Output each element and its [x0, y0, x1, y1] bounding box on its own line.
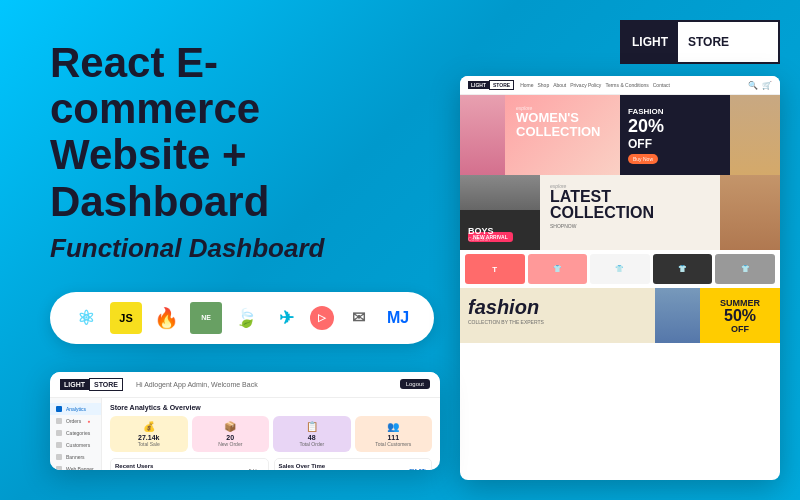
logo-store-text: STORE	[678, 27, 739, 57]
dash-welcome: Hi Adlogent App Admin, Welcome Back	[136, 381, 392, 388]
logo-light-text: LIGHT	[622, 22, 678, 62]
product-thumb-1[interactable]: T	[465, 254, 525, 284]
fashion-discount: 20%	[628, 116, 772, 137]
main-title: React E-commerce Website + Dashboard	[50, 40, 420, 225]
customers-icon: 👥	[359, 421, 429, 432]
cart-nav-icon[interactable]: 🛒	[762, 81, 772, 90]
mongodb-icon: 🍃	[230, 302, 262, 334]
nav-terms[interactable]: Terms & Conditions	[605, 82, 648, 88]
summer-off: OFF	[731, 324, 749, 334]
dash-logo: LIGHT STORE	[60, 378, 123, 391]
new-order-label: New Order	[196, 441, 266, 447]
recent-users-title: Recent Users	[115, 463, 160, 469]
product-thumb-4[interactable]: 👕	[653, 254, 713, 284]
total-sale-label: Total Sale	[114, 441, 184, 447]
nav-home[interactable]: Home	[520, 82, 533, 88]
mj-icon: MJ	[382, 302, 414, 334]
send-icon: ✈	[270, 302, 302, 334]
sidebar-item-categories[interactable]: Categories	[50, 427, 101, 439]
subtitle: Functional Dashboard	[50, 233, 420, 264]
dash-logout-button[interactable]: Logout	[400, 379, 430, 389]
fashion-bottom-sub: COLLECTION BY THE EXPERTS	[468, 319, 692, 325]
stat-card-total-order: 📋 48 Total Order	[273, 416, 351, 452]
search-nav-icon[interactable]: 🔍	[748, 81, 758, 90]
stat-card-new-order: 📦 20 New Order	[192, 416, 270, 452]
customers-value: 111	[359, 434, 429, 441]
product-thumb-3[interactable]: 👕	[590, 254, 650, 284]
charts-row: Recent Users Weekly Active Users 5 User	[110, 458, 432, 470]
dashboard-preview: LIGHT STORE Hi Adlogent App Admin, Welco…	[50, 372, 440, 470]
banner-fashion: FASHION 20% OFF Buy Now	[620, 95, 780, 175]
site-nav-links: Home Shop About Privacy Policy Terms & C…	[520, 82, 742, 88]
tech-badges: ⚛ JS 🔥 NE 🍃 ✈ ▷ ✉ MJ	[50, 292, 434, 344]
money-icon: 💰	[114, 421, 184, 432]
dash-body: Analytics Orders ● Categories Customers …	[50, 398, 440, 470]
total-order-label: Total Order	[277, 441, 347, 447]
left-panel: React E-commerce Website + Dashboard Fun…	[0, 0, 460, 500]
dash-section-title: Store Analytics & Overview	[110, 404, 432, 411]
dash-logo-store: STORE	[89, 378, 123, 391]
dash-main: Store Analytics & Overview 💰 27.14k Tota…	[102, 398, 440, 470]
sidebar-item-orders[interactable]: Orders ●	[50, 415, 101, 427]
customers-label: Total Customers	[359, 441, 429, 447]
user-count: 5 User	[249, 468, 264, 470]
banner-fashion-bottom: fashion COLLECTION BY THE EXPERTS	[460, 288, 700, 343]
stat-card-total-sale: 💰 27.14k Total Sale	[110, 416, 188, 452]
site-nav-logo-light: STORE	[489, 80, 514, 90]
banner-latest: explore LATEST COLLECTION SHOPNOW	[540, 175, 780, 250]
right-panel: LIGHT STORE LIGHT STORE Home Shop About …	[460, 0, 800, 500]
site-nav-logo: LIGHT STORE	[468, 80, 514, 90]
clipboard-icon: 📋	[277, 421, 347, 432]
off-label: OFF	[628, 137, 772, 151]
dash-logo-light: LIGHT	[60, 379, 89, 390]
sales-chart: Sales Over Time Weekly Sales ₹11.27k	[274, 458, 433, 470]
sidebar-item-banners[interactable]: Banners	[50, 451, 101, 463]
mail-icon: ✉	[342, 302, 374, 334]
boys-title: BOYS	[468, 227, 532, 236]
products-row: T 👕 👕 👕 👕	[460, 250, 780, 288]
summer-percent: 50%	[724, 308, 756, 324]
nav-shop[interactable]: Shop	[537, 82, 549, 88]
women-collection-title: WOMEN'S COLLECTION	[516, 111, 612, 140]
firebase-icon: 🔥	[150, 302, 182, 334]
total-order-value: 48	[277, 434, 347, 441]
summer-sale-banner: SUMMER 50% OFF	[700, 288, 780, 343]
product-thumb-2[interactable]: 👕	[528, 254, 588, 284]
boys-collection: Collection	[468, 236, 532, 242]
site-nav-logo-dark: LIGHT	[468, 81, 489, 89]
fashion-bottom-text: fashion	[468, 296, 692, 319]
site-nav-icons: 🔍 🛒	[748, 81, 772, 90]
dash-header: LIGHT STORE Hi Adlogent App Admin, Welco…	[50, 372, 440, 398]
site-content: explore WOMEN'S COLLECTION FASHION 20%	[460, 95, 780, 175]
main-container: React E-commerce Website + Dashboard Fun…	[0, 0, 800, 500]
box-icon: 📦	[196, 421, 266, 432]
stat-card-customers: 👥 111 Total Customers	[355, 416, 433, 452]
banner-boys: BOYS Collection NEW ARRIVAL	[460, 175, 540, 250]
javascript-icon: JS	[110, 302, 142, 334]
nav-contact[interactable]: Contact	[653, 82, 670, 88]
new-order-value: 20	[196, 434, 266, 441]
summer-banner: fashion COLLECTION BY THE EXPERTS SUMMER…	[460, 288, 780, 343]
shop-now-link[interactable]: SHOPNOW	[550, 223, 770, 229]
site-nav: LIGHT STORE Home Shop About Privacy Poli…	[460, 76, 780, 95]
sidebar-item-web-banner[interactable]: Web Banner	[50, 463, 101, 470]
total-sale-value: 27.14k	[114, 434, 184, 441]
fashion-label: FASHION	[628, 107, 772, 116]
sidebar-item-analytics[interactable]: Analytics	[50, 403, 101, 415]
website-preview: LIGHT STORE Home Shop About Privacy Poli…	[460, 76, 780, 480]
second-row: BOYS Collection NEW ARRIVAL explore LATE…	[460, 175, 780, 250]
nav-about[interactable]: About	[553, 82, 566, 88]
react-icon: ⚛	[70, 302, 102, 334]
logo-box: LIGHT STORE	[620, 20, 780, 64]
sidebar-item-customers[interactable]: Customers	[50, 439, 101, 451]
summer-text: SUMMER	[720, 298, 760, 308]
play-icon: ▷	[310, 306, 334, 330]
product-thumb-5[interactable]: 👕	[715, 254, 775, 284]
stats-grid: 💰 27.14k Total Sale 📦 20 New Order 📋 48	[110, 416, 432, 452]
sales-title: Sales Over Time	[279, 463, 326, 469]
banner-women: explore WOMEN'S COLLECTION	[460, 95, 620, 175]
buy-now-button[interactable]: Buy Now	[628, 154, 658, 164]
nav-privacy[interactable]: Privacy Policy	[570, 82, 601, 88]
dash-sidebar: Analytics Orders ● Categories Customers …	[50, 398, 102, 470]
sales-amount: ₹11.27k	[409, 468, 427, 470]
